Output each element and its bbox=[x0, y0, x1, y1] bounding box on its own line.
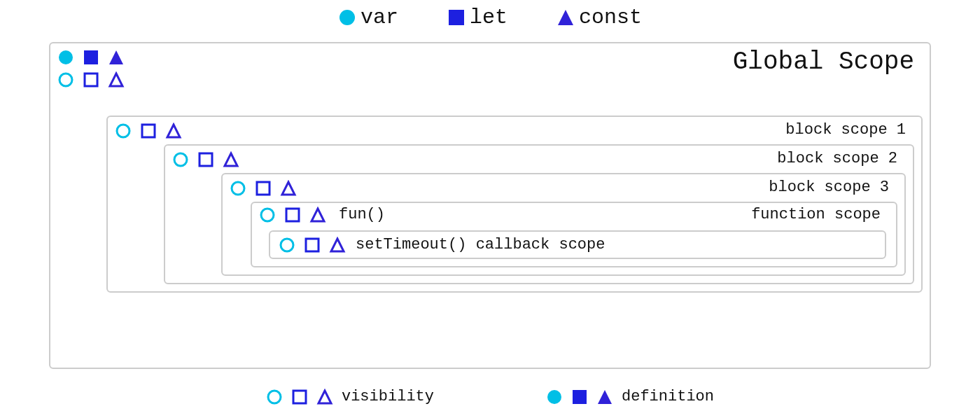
scope-title: function scope bbox=[751, 206, 881, 223]
circle-outline-icon bbox=[57, 71, 74, 88]
circle-outline-icon bbox=[230, 180, 246, 197]
circle-outline-icon bbox=[259, 207, 276, 223]
legend-let: let bbox=[447, 6, 507, 29]
legend-definition: definition bbox=[546, 388, 714, 405]
legend-visibility-label: visibility bbox=[342, 388, 434, 405]
square-outline-icon bbox=[291, 389, 308, 405]
circle-outline-icon bbox=[115, 123, 132, 139]
svg-marker-23 bbox=[331, 239, 344, 251]
svg-marker-20 bbox=[312, 209, 324, 221]
triangle-icon bbox=[108, 49, 125, 66]
function-name-label: fun() bbox=[339, 206, 751, 223]
legend-var-label: var bbox=[360, 6, 398, 29]
svg-rect-22 bbox=[306, 239, 318, 251]
legend-top: var let const bbox=[0, 6, 980, 29]
block2-header: block scope 2 bbox=[165, 146, 913, 169]
scope-title: block scope 2 bbox=[777, 150, 897, 167]
svg-point-24 bbox=[268, 391, 281, 403]
svg-rect-1 bbox=[449, 10, 464, 25]
scope-global: Global Scope block scope 1 bbox=[49, 42, 931, 369]
scope-title: block scope 1 bbox=[785, 121, 906, 139]
svg-rect-28 bbox=[573, 390, 587, 404]
circle-outline-icon bbox=[266, 389, 283, 405]
scope-function: fun() function scope bbox=[251, 202, 897, 267]
scope-block2: block scope 2 bbox=[164, 144, 914, 284]
scope-block1: block scope 1 block scope bbox=[106, 116, 923, 293]
scope-callback: setTimeout() callback scope bbox=[269, 230, 886, 259]
scope-title: block scope 3 bbox=[769, 179, 889, 196]
svg-rect-19 bbox=[286, 209, 299, 221]
legend-const: const bbox=[556, 6, 642, 29]
svg-marker-17 bbox=[282, 182, 295, 195]
triangle-outline-icon bbox=[165, 123, 182, 139]
triangle-icon bbox=[596, 389, 613, 405]
block3-icons bbox=[230, 180, 297, 197]
svg-point-3 bbox=[59, 50, 73, 64]
svg-rect-10 bbox=[142, 125, 155, 137]
svg-marker-26 bbox=[318, 391, 331, 403]
visibility-row bbox=[279, 237, 346, 253]
circle-icon bbox=[338, 8, 356, 27]
svg-marker-5 bbox=[109, 50, 123, 64]
global-icons bbox=[57, 49, 125, 88]
svg-rect-13 bbox=[200, 153, 212, 166]
legend-const-label: const bbox=[579, 6, 642, 29]
svg-point-0 bbox=[340, 10, 355, 25]
svg-point-27 bbox=[547, 390, 561, 404]
circle-outline-icon bbox=[172, 151, 189, 168]
svg-rect-16 bbox=[257, 182, 270, 195]
circle-icon bbox=[57, 49, 74, 66]
square-outline-icon bbox=[304, 237, 321, 253]
svg-point-9 bbox=[117, 125, 130, 137]
svg-marker-14 bbox=[225, 153, 237, 166]
circle-icon bbox=[546, 389, 563, 405]
square-outline-icon bbox=[255, 180, 272, 197]
triangle-outline-icon bbox=[316, 389, 333, 405]
square-icon bbox=[447, 8, 465, 27]
scope-title: Global Scope bbox=[733, 48, 914, 76]
visibility-row bbox=[115, 123, 182, 139]
svg-marker-2 bbox=[558, 10, 573, 25]
svg-marker-29 bbox=[598, 390, 612, 404]
square-outline-icon bbox=[197, 151, 214, 168]
svg-point-6 bbox=[59, 74, 72, 86]
block3-header: block scope 3 bbox=[223, 174, 904, 197]
legend-visibility: visibility bbox=[266, 388, 434, 405]
visibility-row bbox=[172, 151, 239, 168]
svg-marker-11 bbox=[167, 125, 180, 137]
svg-rect-7 bbox=[85, 74, 97, 86]
circle-outline-icon bbox=[279, 237, 295, 253]
global-header: Global Scope bbox=[50, 43, 930, 78]
visibility-row bbox=[57, 71, 125, 88]
block1-icons bbox=[115, 123, 182, 139]
svg-rect-4 bbox=[84, 50, 98, 64]
triangle-outline-icon bbox=[108, 71, 125, 88]
legend-let-label: let bbox=[470, 6, 507, 29]
svg-point-12 bbox=[174, 153, 187, 166]
svg-point-18 bbox=[261, 209, 274, 221]
square-icon bbox=[571, 389, 588, 405]
callback-label: setTimeout() callback scope bbox=[356, 236, 605, 253]
triangle-outline-icon bbox=[223, 151, 239, 168]
visibility-row bbox=[230, 180, 297, 197]
legend-definition-label: definition bbox=[622, 388, 714, 405]
diagram-canvas: var let const Global Scope bbox=[0, 0, 980, 411]
function-header: fun() function scope bbox=[252, 203, 896, 226]
scope-block3: block scope 3 bbox=[221, 173, 906, 276]
block1-header: block scope 1 bbox=[108, 117, 921, 140]
legend-bottom: visibility definition bbox=[0, 388, 980, 405]
triangle-icon bbox=[556, 8, 575, 27]
svg-point-21 bbox=[281, 239, 293, 251]
square-icon bbox=[83, 49, 99, 66]
triangle-outline-icon bbox=[309, 207, 326, 223]
square-outline-icon bbox=[83, 71, 99, 88]
legend-var: var bbox=[338, 6, 398, 29]
definition-row bbox=[57, 49, 125, 66]
triangle-outline-icon bbox=[329, 237, 346, 253]
svg-point-15 bbox=[232, 182, 244, 195]
square-outline-icon bbox=[284, 207, 301, 223]
svg-marker-8 bbox=[110, 74, 122, 86]
visibility-row bbox=[259, 207, 326, 223]
block2-icons bbox=[172, 151, 239, 168]
svg-rect-25 bbox=[293, 391, 306, 403]
